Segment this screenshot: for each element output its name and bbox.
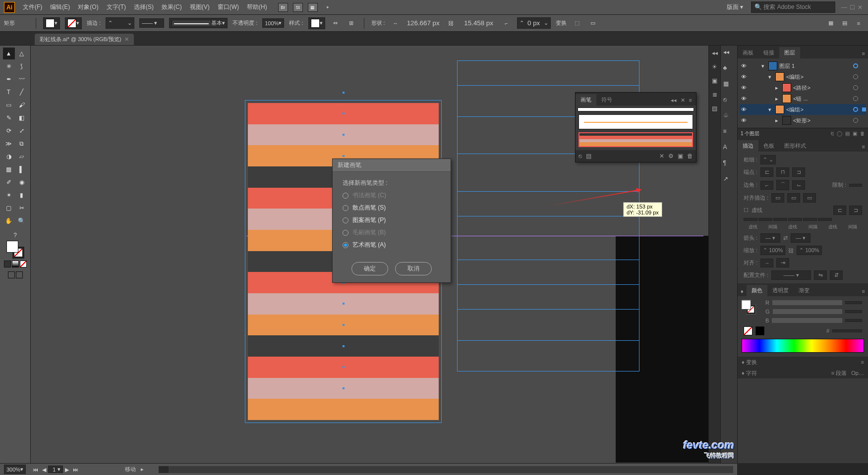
edit-icon[interactable]: ▭ [587, 18, 598, 29]
align-center[interactable]: ▭ [771, 193, 784, 203]
dash-3[interactable] [803, 218, 817, 221]
pen-tool[interactable]: ✒ [3, 73, 15, 85]
arrow-start[interactable]: — ▾ [760, 233, 780, 243]
properties-icon[interactable]: ☀ [710, 62, 719, 71]
links-tab[interactable]: 链接 [758, 47, 779, 58]
none-swatch[interactable] [744, 326, 752, 335]
graph-tool[interactable]: ▮ [16, 189, 28, 201]
zoom-tool[interactable]: 🔍 [16, 215, 28, 227]
arrow-end[interactable]: — ▾ [791, 233, 810, 243]
menu-view[interactable]: 视图(V) [187, 3, 213, 11]
profile-select[interactable]: —— ▾ [771, 270, 811, 280]
libraries-icon[interactable]: ▣ [710, 76, 719, 85]
variable-width-profile[interactable]: —— ▾ [139, 18, 164, 28]
document-tab[interactable]: 彩虹线条.ai* @ 300% (RGB/预览) ✕ [35, 34, 134, 45]
slice-tool[interactable]: ✂ [16, 202, 28, 214]
color-spectrum[interactable] [742, 339, 864, 353]
gap-1[interactable] [758, 218, 772, 221]
transform-label[interactable]: 变换 [556, 19, 567, 27]
dash-align-a[interactable]: ⊏ [833, 206, 846, 215]
brushes-panel[interactable]: 画笔 符号 ◂◂ ✕ ≡ ⎋ ▤ ✕ ⚙ ▣ 🗑 [575, 92, 696, 162]
menu-type[interactable]: 文字(T) [104, 3, 129, 11]
b-value[interactable] [845, 319, 862, 322]
disclosure-icon[interactable]: ▸ [775, 96, 780, 102]
stroke-swatch[interactable]: ▾ [65, 17, 82, 29]
dialog-title[interactable]: 新建画笔 [333, 159, 451, 172]
brushes-tab[interactable]: 画笔 [576, 94, 596, 106]
scale-tool[interactable]: ⤢ [16, 125, 28, 137]
stroke-dock-icon[interactable]: ≡ [723, 128, 735, 140]
new-brush-icon[interactable]: ▣ [678, 153, 683, 159]
panel-menu-icon[interactable]: ≡ [859, 286, 868, 296]
direct-selection-tool[interactable]: △ [16, 48, 28, 59]
target-icon[interactable] [853, 63, 858, 68]
corner-radius[interactable]: ⌃⌄ [517, 17, 551, 29]
arrow-scale-end[interactable]: ⌃ 100% [797, 246, 821, 255]
black-swatch[interactable] [755, 326, 764, 335]
r-value[interactable] [845, 301, 862, 304]
transform-icon[interactable]: ⊞ [346, 18, 357, 29]
layer-name[interactable]: <路径> [793, 84, 851, 92]
perspective-tool[interactable]: ▱ [16, 151, 28, 162]
eraser-tool[interactable]: ◧ [16, 112, 28, 124]
panel-menu-icon[interactable]: ≡ [859, 49, 868, 58]
transform-panel-header[interactable]: ♦ 变换≡ [738, 357, 868, 368]
draw-mode-icon[interactable] [16, 271, 23, 278]
calligraphic-brush-preview[interactable] [578, 107, 694, 111]
rotate-tool[interactable]: ⟳ [3, 125, 15, 137]
cap-round[interactable]: ⊓ [776, 167, 789, 177]
visibility-icon[interactable]: 👁 [740, 63, 748, 69]
h-scrollbar[interactable] [159, 466, 733, 473]
ok-button[interactable]: 确定 [351, 262, 388, 275]
disclosure-icon[interactable]: ▾ [768, 106, 773, 113]
expand-dock2-icon[interactable]: ◂◂ [723, 49, 735, 60]
brushes-dock-icon[interactable]: ⎋ [723, 96, 735, 108]
symbols-dock-icon[interactable]: ♧ [723, 112, 735, 124]
color-tab[interactable]: 颜色 [747, 285, 767, 296]
dash-checkbox[interactable]: 虚线 [752, 207, 762, 214]
shape-builder-tool[interactable]: ◑ [3, 151, 15, 162]
disclosure-icon[interactable]: ▸ [775, 117, 780, 124]
layer-name[interactable]: <链 ... [793, 95, 851, 103]
workspace-switcher[interactable]: 版面 ▾ [724, 3, 746, 11]
layer-row[interactable]: 👁 ▾ <编组> [740, 71, 866, 82]
bridge-icon[interactable]: Br [278, 3, 288, 12]
swatches-tab[interactable]: 色板 [758, 140, 779, 152]
flip-v-icon[interactable]: ⇵ [830, 270, 843, 280]
character-dock-icon[interactable]: A [723, 144, 735, 156]
hex-input[interactable] [832, 329, 862, 332]
corner-round[interactable]: ⌒ [776, 180, 789, 190]
stock-icon[interactable]: St [293, 3, 303, 12]
corner-bevel[interactable]: ⌙ [792, 180, 805, 190]
artboard-tool[interactable]: ▢ [3, 202, 15, 214]
g-slider[interactable] [773, 309, 842, 314]
layer-row[interactable]: 👁 ▾ 图层 1 [740, 60, 866, 71]
target-icon[interactable] [853, 96, 858, 101]
align-arrow-b[interactable]: ⇥ [776, 258, 789, 267]
disclosure-icon[interactable]: ▾ [761, 63, 766, 69]
paintbrush-tool[interactable]: 🖌 [16, 99, 28, 111]
brush-options-icon[interactable]: ⚙ [668, 153, 674, 159]
color-fill-stroke[interactable] [742, 300, 756, 315]
window-controls[interactable]: —☐✕ [840, 4, 864, 11]
brush-definition[interactable]: 基本 ▾ [169, 18, 228, 28]
layers-tab[interactable]: 图层 [779, 47, 800, 58]
panel-menu-icon[interactable]: ≡ [859, 142, 868, 152]
gap-2[interactable] [788, 218, 802, 221]
actions-icon[interactable]: ▤ [710, 104, 719, 113]
brush-type-option[interactable]: 散点画笔 (S) [343, 204, 441, 212]
gradient-mode-icon[interactable] [12, 261, 19, 267]
export-dock-icon[interactable]: ↗ [723, 175, 735, 187]
symbols-tab[interactable]: 符号 [596, 94, 617, 106]
screen-mode-icon[interactable] [8, 271, 15, 278]
color-guide-icon[interactable]: ♣ [723, 64, 735, 76]
fill-stroke-control[interactable] [6, 241, 24, 259]
layer-row[interactable]: 👁 ▸ <链 ... [740, 93, 866, 104]
layer-row[interactable]: 👁 ▸ <路径> [740, 82, 866, 93]
link-scale-icon[interactable]: ⛓ [788, 248, 794, 254]
collapse-panel-icon[interactable]: ◂◂ [671, 97, 677, 104]
corner-miter[interactable]: ⌐ [760, 181, 773, 190]
dash-align-b[interactable]: ⊐ [849, 206, 862, 215]
art-brush-preview-2[interactable] [579, 132, 693, 147]
free-transform-tool[interactable]: ⧉ [16, 138, 28, 150]
